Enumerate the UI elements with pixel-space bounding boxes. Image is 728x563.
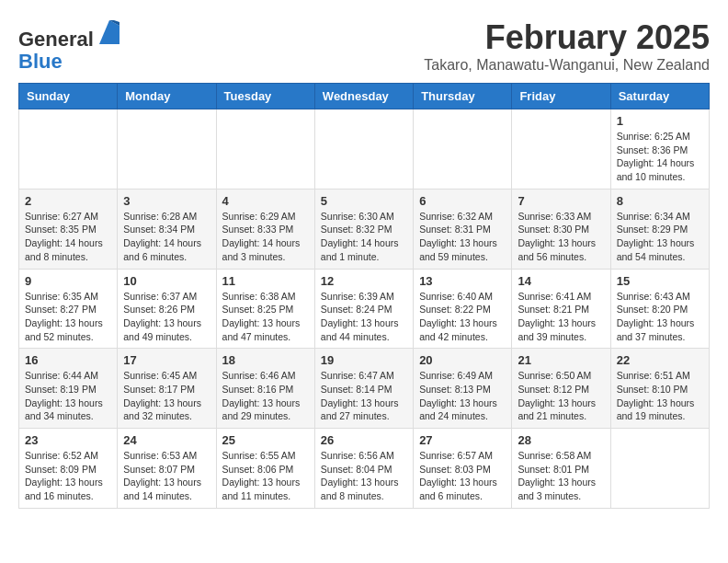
calendar-cell-w4-d6: 21Sunrise: 6:50 AM Sunset: 8:12 PM Dayli… [512, 349, 610, 429]
day-number: 21 [518, 353, 604, 367]
day-info: Sunrise: 6:28 AM Sunset: 8:34 PM Dayligh… [123, 210, 210, 264]
day-info: Sunrise: 6:45 AM Sunset: 8:17 PM Dayligh… [123, 369, 210, 423]
calendar-cell-w3-d4: 12Sunrise: 6:39 AM Sunset: 8:24 PM Dayli… [314, 269, 413, 349]
day-number: 20 [419, 353, 506, 367]
calendar-week-5: 23Sunrise: 6:52 AM Sunset: 8:09 PM Dayli… [19, 429, 710, 509]
col-friday: Friday [512, 84, 610, 109]
logo-icon [96, 18, 123, 46]
logo-general-text: General [18, 28, 94, 51]
day-info: Sunrise: 6:46 AM Sunset: 8:16 PM Dayligh… [222, 369, 309, 423]
col-sunday: Sunday [19, 84, 118, 109]
calendar-week-1: 1Sunrise: 6:25 AM Sunset: 8:36 PM Daylig… [19, 109, 710, 190]
day-number: 8 [617, 194, 703, 208]
day-number: 25 [222, 433, 309, 447]
title-section: February 2025 Takaro, Manawatu-Wanganui,… [424, 18, 710, 74]
day-number: 23 [25, 433, 111, 447]
logo: General Blue [18, 18, 123, 73]
day-info: Sunrise: 6:39 AM Sunset: 8:24 PM Dayligh… [321, 290, 407, 344]
location-title: Takaro, Manawatu-Wanganui, New Zealand [424, 57, 710, 74]
day-info: Sunrise: 6:57 AM Sunset: 8:03 PM Dayligh… [419, 449, 506, 503]
calendar-cell-w2-d6: 7Sunrise: 6:33 AM Sunset: 8:30 PM Daylig… [512, 189, 610, 269]
calendar-cell-w2-d4: 5Sunrise: 6:30 AM Sunset: 8:32 PM Daylig… [314, 189, 413, 269]
day-info: Sunrise: 6:49 AM Sunset: 8:13 PM Dayligh… [419, 369, 506, 423]
calendar-cell-w5-d4: 26Sunrise: 6:56 AM Sunset: 8:04 PM Dayli… [314, 429, 413, 509]
day-number: 7 [518, 194, 604, 208]
day-info: Sunrise: 6:27 AM Sunset: 8:35 PM Dayligh… [25, 210, 111, 264]
logo-blue-text: Blue [18, 50, 63, 73]
day-number: 19 [321, 353, 407, 367]
calendar-cell-w1-d5 [414, 109, 512, 190]
calendar-cell-w2-d1: 2Sunrise: 6:27 AM Sunset: 8:35 PM Daylig… [19, 189, 118, 269]
day-number: 27 [419, 433, 506, 447]
col-monday: Monday [118, 84, 216, 109]
day-number: 9 [25, 274, 111, 288]
day-info: Sunrise: 6:58 AM Sunset: 8:01 PM Dayligh… [518, 449, 604, 503]
calendar-cell-w4-d7: 22Sunrise: 6:51 AM Sunset: 8:10 PM Dayli… [610, 349, 709, 429]
calendar-week-2: 2Sunrise: 6:27 AM Sunset: 8:35 PM Daylig… [19, 189, 710, 269]
day-info: Sunrise: 6:35 AM Sunset: 8:27 PM Dayligh… [25, 290, 111, 344]
day-number: 26 [321, 433, 407, 447]
day-info: Sunrise: 6:56 AM Sunset: 8:04 PM Dayligh… [321, 449, 407, 503]
calendar-cell-w2-d3: 4Sunrise: 6:29 AM Sunset: 8:33 PM Daylig… [216, 189, 314, 269]
calendar-cell-w4-d1: 16Sunrise: 6:44 AM Sunset: 8:19 PM Dayli… [19, 349, 118, 429]
day-number: 15 [617, 274, 703, 288]
day-number: 1 [617, 114, 703, 128]
day-info: Sunrise: 6:38 AM Sunset: 8:25 PM Dayligh… [222, 290, 309, 344]
calendar-cell-w5-d6: 28Sunrise: 6:58 AM Sunset: 8:01 PM Dayli… [512, 429, 610, 509]
calendar-cell-w4-d3: 18Sunrise: 6:46 AM Sunset: 8:16 PM Dayli… [216, 349, 314, 429]
calendar-header-row: Sunday Monday Tuesday Wednesday Thursday… [19, 84, 710, 109]
day-number: 24 [123, 433, 210, 447]
calendar-cell-w3-d2: 10Sunrise: 6:37 AM Sunset: 8:26 PM Dayli… [118, 269, 216, 349]
calendar-cell-w4-d2: 17Sunrise: 6:45 AM Sunset: 8:17 PM Dayli… [118, 349, 216, 429]
day-info: Sunrise: 6:55 AM Sunset: 8:06 PM Dayligh… [222, 449, 309, 503]
calendar-cell-w2-d5: 6Sunrise: 6:32 AM Sunset: 8:31 PM Daylig… [414, 189, 512, 269]
day-info: Sunrise: 6:52 AM Sunset: 8:09 PM Dayligh… [25, 449, 111, 503]
day-number: 2 [25, 194, 111, 208]
calendar-cell-w1-d7: 1Sunrise: 6:25 AM Sunset: 8:36 PM Daylig… [610, 109, 709, 190]
day-info: Sunrise: 6:34 AM Sunset: 8:29 PM Dayligh… [617, 210, 703, 264]
day-info: Sunrise: 6:50 AM Sunset: 8:12 PM Dayligh… [518, 369, 604, 423]
col-wednesday: Wednesday [314, 84, 413, 109]
day-info: Sunrise: 6:25 AM Sunset: 8:36 PM Dayligh… [617, 130, 703, 184]
col-saturday: Saturday [610, 84, 709, 109]
calendar-week-3: 9Sunrise: 6:35 AM Sunset: 8:27 PM Daylig… [19, 269, 710, 349]
calendar-cell-w5-d3: 25Sunrise: 6:55 AM Sunset: 8:06 PM Dayli… [216, 429, 314, 509]
day-info: Sunrise: 6:40 AM Sunset: 8:22 PM Dayligh… [419, 290, 506, 344]
day-number: 12 [321, 274, 407, 288]
day-number: 28 [518, 433, 604, 447]
day-number: 6 [419, 194, 506, 208]
calendar-cell-w3-d1: 9Sunrise: 6:35 AM Sunset: 8:27 PM Daylig… [19, 269, 118, 349]
day-info: Sunrise: 6:41 AM Sunset: 8:21 PM Dayligh… [518, 290, 604, 344]
day-number: 17 [123, 353, 210, 367]
calendar-cell-w3-d3: 11Sunrise: 6:38 AM Sunset: 8:25 PM Dayli… [216, 269, 314, 349]
calendar-cell-w3-d7: 15Sunrise: 6:43 AM Sunset: 8:20 PM Dayli… [610, 269, 709, 349]
calendar-cell-w3-d6: 14Sunrise: 6:41 AM Sunset: 8:21 PM Dayli… [512, 269, 610, 349]
day-info: Sunrise: 6:37 AM Sunset: 8:26 PM Dayligh… [123, 290, 210, 344]
calendar-cell-w3-d5: 13Sunrise: 6:40 AM Sunset: 8:22 PM Dayli… [414, 269, 512, 349]
col-thursday: Thursday [414, 84, 512, 109]
day-number: 4 [222, 194, 309, 208]
calendar-cell-w2-d2: 3Sunrise: 6:28 AM Sunset: 8:34 PM Daylig… [118, 189, 216, 269]
day-number: 10 [123, 274, 210, 288]
day-number: 11 [222, 274, 309, 288]
calendar-cell-w5-d2: 24Sunrise: 6:53 AM Sunset: 8:07 PM Dayli… [118, 429, 216, 509]
calendar-cell-w5-d1: 23Sunrise: 6:52 AM Sunset: 8:09 PM Dayli… [19, 429, 118, 509]
calendar-cell-w2-d7: 8Sunrise: 6:34 AM Sunset: 8:29 PM Daylig… [610, 189, 709, 269]
day-number: 16 [25, 353, 111, 367]
calendar-cell-w1-d2 [118, 109, 216, 190]
day-info: Sunrise: 6:53 AM Sunset: 8:07 PM Dayligh… [123, 449, 210, 503]
calendar-cell-w1-d6 [512, 109, 610, 190]
day-info: Sunrise: 6:30 AM Sunset: 8:32 PM Dayligh… [321, 210, 407, 264]
calendar-cell-w1-d3 [216, 109, 314, 190]
day-number: 22 [617, 353, 703, 367]
calendar-cell-w5-d5: 27Sunrise: 6:57 AM Sunset: 8:03 PM Dayli… [414, 429, 512, 509]
day-number: 13 [419, 274, 506, 288]
day-number: 14 [518, 274, 604, 288]
day-info: Sunrise: 6:47 AM Sunset: 8:14 PM Dayligh… [321, 369, 407, 423]
month-title: February 2025 [424, 18, 710, 57]
day-info: Sunrise: 6:43 AM Sunset: 8:20 PM Dayligh… [617, 290, 703, 344]
day-number: 3 [123, 194, 210, 208]
calendar-cell-w5-d7 [610, 429, 709, 509]
day-info: Sunrise: 6:33 AM Sunset: 8:30 PM Dayligh… [518, 210, 604, 264]
calendar-cell-w4-d5: 20Sunrise: 6:49 AM Sunset: 8:13 PM Dayli… [414, 349, 512, 429]
